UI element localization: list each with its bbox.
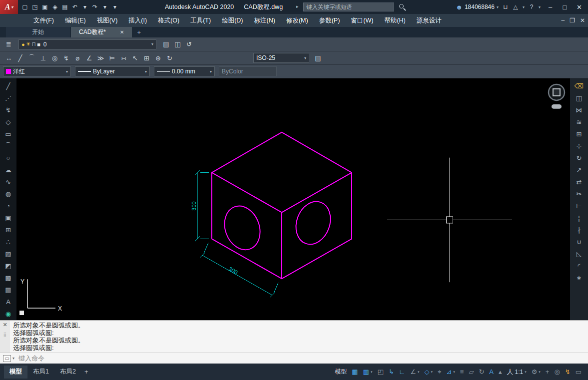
tab-document[interactable]: CAD教程* ✕ bbox=[71, 27, 132, 37]
menu-item[interactable]: 绘图(D) bbox=[216, 14, 248, 27]
scale-tool-icon[interactable]: ↗ bbox=[573, 164, 586, 176]
snap-mode-icon[interactable]: ▥ ▾ bbox=[361, 366, 375, 378]
circle-tool-icon[interactable]: ○ bbox=[2, 152, 15, 164]
insert-block-tool-icon[interactable]: ▣ bbox=[2, 212, 15, 224]
linetype-dropdown[interactable]: ByLayer ▾ bbox=[75, 66, 150, 76]
command-grip-icon[interactable]: ⣿ bbox=[3, 332, 7, 337]
lineweight-caret-icon[interactable]: ▾ bbox=[210, 69, 212, 74]
close-button[interactable]: ✕ bbox=[573, 0, 586, 14]
rectangle-tool-icon[interactable]: ▭ bbox=[2, 128, 15, 140]
autodesk-apps-icon[interactable]: △ bbox=[511, 1, 521, 13]
minimize-button[interactable]: – bbox=[544, 0, 557, 14]
dim-radius-icon[interactable]: ◎ bbox=[49, 52, 60, 63]
save-icon[interactable]: ▣ bbox=[40, 1, 50, 13]
polyline-tool-icon[interactable]: ↯ bbox=[2, 104, 15, 116]
construction-line-tool-icon[interactable]: ⋰ bbox=[2, 92, 15, 104]
polar-tracking-icon[interactable]: ∠ ▾ bbox=[408, 366, 422, 378]
table-tool-icon[interactable]: ▦ bbox=[2, 284, 15, 296]
command-input[interactable] bbox=[18, 355, 585, 362]
hatch-tool-icon[interactable]: ▨ bbox=[2, 248, 15, 260]
layer-match-icon[interactable]: ◫ bbox=[172, 39, 183, 50]
gradient-tool-icon[interactable]: ◩ bbox=[2, 260, 15, 272]
annotation-monitor-icon[interactable]: + bbox=[543, 366, 552, 378]
menu-item[interactable]: 文件(F) bbox=[28, 14, 59, 27]
undo-caret-icon[interactable]: ▾ bbox=[80, 1, 90, 13]
dim-diameter-icon[interactable]: ⌀ bbox=[72, 52, 83, 63]
autocad-logo-button[interactable]: A ▾ bbox=[0, 0, 18, 14]
command-caret-icon[interactable]: ▾ bbox=[12, 356, 14, 361]
quick-dim-icon[interactable]: ≫ bbox=[95, 52, 106, 63]
tab-start[interactable]: 开始 bbox=[6, 27, 70, 37]
doc-minimize-button[interactable]: – bbox=[561, 17, 565, 24]
open-drawing-icon[interactable]: ◳ bbox=[30, 1, 40, 13]
polygon-tool-icon[interactable]: ◇ bbox=[2, 116, 15, 128]
dynamic-input-icon[interactable]: ↳ bbox=[386, 366, 397, 378]
revision-cloud-tool-icon[interactable]: ☁ bbox=[2, 164, 15, 176]
maximize-button[interactable]: □ bbox=[558, 0, 572, 14]
account-caret-icon[interactable]: ▾ bbox=[497, 5, 499, 9]
help-caret-icon[interactable]: ▾ bbox=[539, 5, 541, 9]
dim-arc-length-icon[interactable]: ⌒ bbox=[26, 52, 37, 63]
menu-item[interactable]: 修改(M) bbox=[281, 14, 314, 27]
infer-constraints-icon[interactable]: ◰ bbox=[375, 366, 386, 378]
join-tool-icon[interactable]: ∪ bbox=[573, 236, 586, 248]
spline-tool-icon[interactable]: ∿ bbox=[2, 176, 15, 188]
break-at-point-tool-icon[interactable]: ¦ bbox=[573, 212, 586, 224]
redo-icon[interactable]: ↷ bbox=[90, 1, 100, 13]
grid-display-icon[interactable]: ▦ bbox=[349, 366, 360, 378]
search-box[interactable] bbox=[303, 2, 394, 11]
command-close-icon[interactable]: ✕ bbox=[2, 322, 7, 328]
dim-linear-icon[interactable]: ↔ bbox=[3, 52, 14, 63]
username[interactable]: 184068846 bbox=[465, 3, 495, 10]
clean-screen-icon[interactable]: ▭ bbox=[573, 366, 584, 378]
mirror-tool-icon[interactable]: ⋈ bbox=[573, 104, 586, 116]
search-expand-icon[interactable]: ▸ bbox=[296, 4, 299, 9]
stretch-tool-icon[interactable]: ⇄ bbox=[573, 176, 586, 188]
arc-tool-icon[interactable]: ⌒ bbox=[2, 140, 15, 152]
layer-dropdown[interactable]: ●☀⊓■ 0 ▾ bbox=[18, 39, 156, 49]
annotation-visibility-icon[interactable]: A bbox=[487, 366, 496, 378]
object-snap-icon[interactable]: ⊿ ▾ bbox=[444, 366, 457, 378]
menu-item[interactable]: 视图(V) bbox=[91, 14, 123, 27]
trim-tool-icon[interactable]: ✂ bbox=[573, 188, 586, 200]
dim-jogged-icon[interactable]: ↯ bbox=[60, 52, 72, 63]
quick-leader-icon[interactable]: ↖ bbox=[129, 52, 141, 63]
menu-item[interactable]: 插入(I) bbox=[123, 14, 152, 27]
plot-icon[interactable]: ▤ bbox=[60, 1, 70, 13]
dimension-vertical[interactable] bbox=[195, 170, 209, 242]
app-store-icon[interactable]: ⊔ bbox=[501, 1, 511, 13]
ellipse-tool-icon[interactable]: ◍ bbox=[2, 188, 15, 200]
ellipse-arc-tool-icon[interactable]: ◔ bbox=[2, 200, 15, 212]
isometric-cube[interactable] bbox=[212, 132, 352, 279]
search-icon[interactable] bbox=[399, 4, 404, 8]
point-tool-icon[interactable]: ∴ bbox=[2, 236, 15, 248]
layer-dropdown-caret-icon[interactable]: ▾ bbox=[151, 42, 153, 46]
center-mark-icon[interactable]: ⊕ bbox=[152, 52, 164, 63]
move-tool-icon[interactable]: ⊹ bbox=[573, 140, 586, 152]
object-snap-tracking-icon[interactable]: ⌖ bbox=[435, 366, 444, 378]
dim-update-icon[interactable]: ↻ bbox=[164, 52, 175, 63]
linetype-caret-icon[interactable]: ▾ bbox=[145, 69, 147, 74]
dim-baseline-icon[interactable]: ⊨ bbox=[106, 52, 118, 63]
layout-tab[interactable]: 布局1 bbox=[27, 366, 54, 379]
autoscale-icon[interactable]: ▴ bbox=[496, 366, 505, 378]
dim-style-caret-icon[interactable]: ▾ bbox=[304, 56, 306, 60]
tolerance-icon[interactable]: ⊞ bbox=[141, 52, 152, 63]
break-tool-icon[interactable]: ∤ bbox=[573, 224, 586, 236]
undo-icon[interactable]: ↶ bbox=[70, 1, 80, 13]
rotate-tool-icon[interactable]: ↻ bbox=[573, 152, 586, 164]
region-tool-icon[interactable]: ▩ bbox=[2, 272, 15, 284]
graphics-performance-icon[interactable]: ↯ bbox=[563, 366, 573, 378]
dim-style-dropdown[interactable]: ISO-25 ▾ bbox=[253, 53, 309, 63]
fillet-tool-icon[interactable]: ◜ bbox=[573, 260, 586, 272]
ortho-mode-icon[interactable]: ∟ bbox=[397, 366, 408, 378]
transparency-icon[interactable]: ▱ bbox=[466, 366, 476, 378]
mtext-tool-icon[interactable]: A bbox=[2, 296, 15, 308]
explode-tool-icon[interactable]: ∗ bbox=[573, 272, 586, 284]
doc-close-button[interactable]: ✕ bbox=[580, 17, 585, 24]
menu-item[interactable]: 标注(N) bbox=[249, 14, 281, 27]
dim-style-manager-icon[interactable]: ▤ bbox=[312, 52, 324, 63]
array-tool-icon[interactable]: ⊞ bbox=[573, 128, 586, 140]
layer-properties-icon[interactable]: ▤ bbox=[160, 39, 172, 50]
menu-item[interactable]: 工具(T) bbox=[185, 14, 216, 27]
